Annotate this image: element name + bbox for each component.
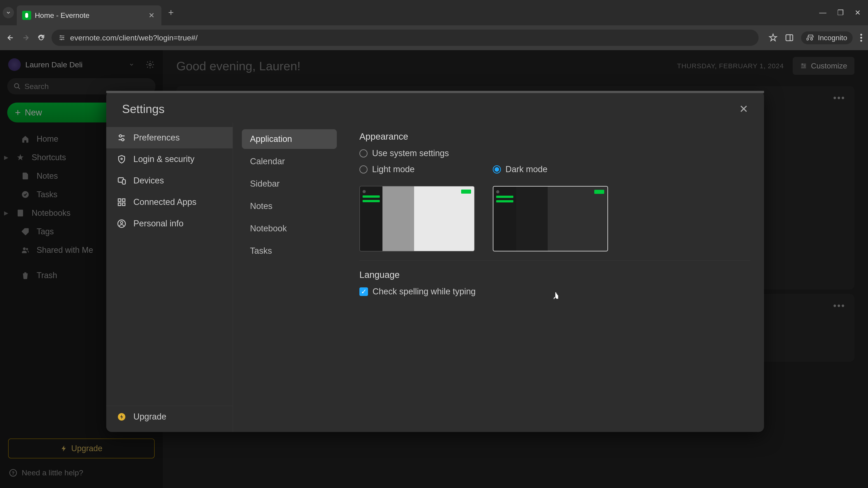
svg-rect-22 (122, 180, 125, 184)
bookmark-star-icon[interactable] (769, 33, 778, 42)
svg-rect-26 (122, 203, 125, 205)
category-upgrade[interactable]: Upgrade (106, 406, 232, 427)
address-bar[interactable]: evernote.com/client/web?login=true#/ (52, 30, 758, 46)
tab-search-dropdown[interactable] (3, 7, 14, 18)
settings-title: Settings (122, 102, 164, 116)
svg-point-19 (122, 138, 124, 141)
settings-categories: Preferences Login & security Devices Con… (106, 123, 233, 432)
tab-title: Home - Evernote (35, 11, 145, 20)
reload-button[interactable] (36, 33, 46, 43)
radio-icon (360, 149, 368, 158)
apps-icon (116, 198, 127, 207)
radio-light-mode[interactable]: Light mode (360, 164, 475, 174)
browser-tab-strip: Home - Evernote ✕ + — ❐ ✕ (0, 0, 868, 25)
appearance-heading: Appearance (360, 131, 750, 142)
svg-point-0 (60, 35, 61, 36)
evernote-favicon-icon (22, 11, 31, 20)
tab-close-icon[interactable]: ✕ (149, 11, 155, 20)
category-devices[interactable]: Devices (106, 170, 232, 191)
incognito-icon (807, 34, 815, 42)
minimize-icon[interactable]: — (819, 8, 827, 17)
subsection-calendar[interactable]: Calendar (242, 152, 337, 171)
settings-detail: Appearance Use system settings Light mod… (346, 123, 764, 432)
category-personal-info[interactable]: Personal info (106, 213, 232, 234)
close-icon[interactable]: ✕ (739, 103, 748, 115)
browser-tab[interactable]: Home - Evernote ✕ (17, 5, 161, 25)
browser-toolbar: evernote.com/client/web?login=true#/ Inc… (0, 25, 868, 50)
divider (360, 260, 750, 261)
svg-point-5 (860, 34, 862, 36)
bolt-icon (116, 413, 127, 421)
arrow-right-icon (22, 34, 30, 42)
svg-rect-3 (786, 35, 793, 41)
side-panel-icon[interactable] (785, 33, 794, 42)
subsection-tasks[interactable]: Tasks (242, 241, 337, 261)
url-text: evernote.com/client/web?login=true#/ (70, 33, 197, 42)
svg-point-2 (61, 39, 62, 40)
maximize-icon[interactable]: ❐ (837, 8, 844, 17)
category-login-security[interactable]: Login & security (106, 149, 232, 170)
dark-mode-preview[interactable] (493, 186, 608, 252)
site-settings-icon[interactable] (58, 34, 66, 41)
settings-modal: Settings ✕ Preferences Login & security … (106, 91, 764, 432)
svg-point-6 (860, 37, 862, 39)
radio-use-system[interactable]: Use system settings (360, 149, 750, 158)
svg-point-18 (119, 135, 122, 137)
close-window-icon[interactable]: ✕ (855, 8, 861, 17)
settings-subsections: Application Calendar Sidebar Notes Noteb… (233, 123, 346, 432)
radio-selected-icon (493, 165, 501, 173)
subsection-application[interactable]: Application (242, 129, 337, 149)
chevron-down-icon (6, 10, 11, 15)
svg-rect-25 (118, 203, 121, 205)
subsection-notes[interactable]: Notes (242, 196, 337, 216)
light-mode-preview[interactable] (360, 186, 475, 252)
window-controls: — ❐ ✕ (819, 8, 865, 17)
subsection-sidebar[interactable]: Sidebar (242, 174, 337, 194)
svg-point-20 (121, 158, 123, 160)
subsection-notebook[interactable]: Notebook (242, 219, 337, 238)
spellcheck-checkbox[interactable]: ✓ Check spelling while typing (360, 287, 750, 296)
svg-rect-24 (122, 199, 125, 201)
svg-point-28 (121, 221, 123, 224)
devices-icon (116, 176, 127, 185)
reload-icon (37, 34, 45, 42)
radio-icon (360, 165, 368, 173)
svg-point-1 (63, 37, 64, 38)
forward-button[interactable] (21, 33, 31, 43)
browser-menu-icon[interactable] (860, 33, 863, 42)
new-tab-button[interactable]: + (168, 7, 174, 18)
person-icon (116, 219, 127, 228)
language-heading: Language (360, 270, 750, 280)
shield-icon (116, 155, 127, 164)
checkbox-checked-icon: ✓ (360, 287, 368, 296)
category-connected-apps[interactable]: Connected Apps (106, 191, 232, 213)
arrow-left-icon (6, 34, 14, 42)
svg-rect-23 (118, 199, 121, 201)
incognito-badge[interactable]: Incognito (801, 31, 852, 44)
back-button[interactable] (5, 33, 16, 43)
category-preferences[interactable]: Preferences (106, 127, 232, 149)
radio-dark-mode[interactable]: Dark mode (493, 164, 608, 174)
svg-point-7 (860, 40, 862, 41)
sliders-icon (116, 133, 127, 142)
